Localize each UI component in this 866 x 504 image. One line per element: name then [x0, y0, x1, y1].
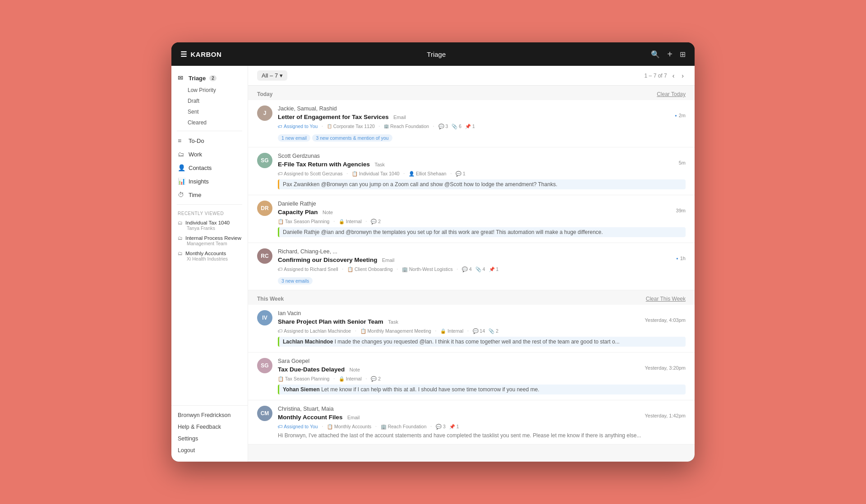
email-type-1: Task: [375, 162, 385, 167]
pill-new-email-0: 1 new email: [278, 134, 310, 142]
sidebar-sub-sent[interactable]: Sent: [171, 106, 248, 117]
pill-comments-0: 3 new comments & mention of you: [312, 134, 392, 142]
sidebar-item-todo[interactable]: ≡ To-Do: [171, 134, 248, 147]
email-meta-2: 📋 Tax Season Planning · 🔒 Internal · 💬 2: [278, 217, 686, 225]
meta-comments-4: 💬 14: [473, 328, 485, 334]
sidebar-item-work[interactable]: 🗂 Work: [171, 147, 248, 161]
email-sender-2: Danielle Rathje: [278, 201, 686, 207]
email-item-1[interactable]: SG Scott Gerdzunas E-File Tax Return wit…: [248, 147, 695, 195]
meta-work-2: 📋 Tax Season Planning: [278, 219, 329, 225]
sidebar-user[interactable]: Bronwyn Fredrickson: [171, 409, 248, 421]
email-type-5: Note: [350, 367, 360, 372]
meta-attach-0: 📎 6: [451, 124, 461, 129]
section-today-label: Today: [257, 91, 272, 97]
contacts-icon: 👤: [178, 164, 185, 171]
meta-work-6: 📋 Monthly Accounts: [327, 424, 371, 430]
recent-item-2[interactable]: 🗂 Monthly Accounts Xi Health Industries: [171, 248, 248, 264]
recent-item-0[interactable]: 🗂 Individual Tax 1040 Tanya Franks: [171, 218, 248, 233]
filter-button[interactable]: All – 7 ▾: [257, 70, 287, 81]
recent-name-1: 🗂 Internal Process Review: [178, 235, 241, 241]
meta-org-6: 🏢 Reach Foundation: [381, 424, 427, 430]
sidebar-sub-draft[interactable]: Draft: [171, 96, 248, 106]
unread-dot-3: ●: [676, 257, 678, 261]
meta-work-3: 📋 Client Onboarding: [347, 266, 393, 272]
sidebar-nav: ✉ Triage 2 Low Priority Draft Sent Clear…: [171, 66, 248, 267]
email-item-2[interactable]: DR Danielle Rathje Capacity Plan Note 39…: [248, 195, 695, 243]
email-type-4: Task: [388, 319, 398, 325]
meta-attach-4: 📎 2: [488, 328, 498, 334]
brand[interactable]: ☰ KARBON: [180, 50, 221, 59]
content-header: All – 7 ▾ 1 – 7 of 7 ‹ ›: [248, 66, 695, 86]
email-type-6: Email: [347, 415, 360, 420]
email-body-5: Sara Goepel Tax Due-Dates Delayed Note Y…: [278, 358, 686, 394]
email-item-4[interactable]: IV Ian Vacin Share Project Plan with Sen…: [248, 305, 695, 353]
email-sender-5: Sara Goepel: [278, 358, 686, 364]
email-sender-0: Jackie, Samual, Rashid: [278, 105, 686, 112]
sidebar-logout[interactable]: Logout: [171, 444, 248, 456]
avatar-1: SG: [257, 153, 272, 168]
recent-icon-2: 🗂: [178, 251, 183, 256]
email-item-6[interactable]: CM Christina, Stuart, Maia Monthly Accou…: [248, 400, 695, 444]
recent-sub-2: Xi Health Industries: [178, 256, 241, 261]
meta-work-1: 📋 Individual Tax 1040: [352, 171, 400, 177]
email-preview-4: Lachlan Machindoe I made the changes you…: [278, 337, 686, 347]
email-item-5[interactable]: SG Sara Goepel Tax Due-Dates Delayed Not…: [248, 353, 695, 400]
brand-name: KARBON: [191, 50, 222, 58]
search-icon[interactable]: 🔍: [651, 50, 660, 59]
sidebar: ✉ Triage 2 Low Priority Draft Sent Clear…: [171, 66, 248, 462]
email-subject-0: Letter of Engagement for Tax Services: [278, 114, 389, 120]
sidebar-bottom: Bronwyn Fredrickson Help & Feedback Sett…: [171, 405, 248, 456]
pagination-text: 1 – 7 of 7: [645, 73, 667, 79]
triage-badge: 2: [209, 75, 216, 81]
sidebar-item-triage[interactable]: ✉ Triage 2: [171, 71, 248, 85]
sidebar-item-time[interactable]: ⏱ Time: [171, 188, 248, 202]
avatar-4: IV: [257, 310, 272, 325]
meta-comments-5: 💬 2: [371, 376, 381, 382]
sidebar-settings[interactable]: Settings: [171, 433, 248, 444]
email-row1-6: Monthly Account Files Email Yesterday, 1…: [278, 413, 686, 421]
email-meta-5: 📋 Tax Season Planning · 🔒 Internal · 💬 2: [278, 375, 686, 383]
next-page-button[interactable]: ›: [680, 71, 686, 80]
insights-label: Insights: [189, 178, 209, 185]
sidebar-item-insights[interactable]: 📊 Insights: [171, 174, 248, 188]
clear-thisweek-button[interactable]: Clear This Week: [646, 296, 686, 302]
menu-icon[interactable]: ☰: [180, 50, 187, 59]
avatar-3: RC: [257, 248, 272, 264]
email-meta-6: 🏷 Assigned to You · 📋 Monthly Accounts ·…: [278, 422, 686, 431]
filter-label: All – 7: [262, 72, 278, 79]
meta-pin-6: 📌 1: [449, 424, 459, 430]
meta-comments-1: 💬 1: [456, 171, 465, 177]
triage-icon: ✉: [178, 74, 185, 82]
add-icon[interactable]: +: [667, 49, 673, 60]
section-thisweek-header: This Week Clear This Week: [248, 290, 695, 305]
contacts-label: Contacts: [189, 165, 212, 171]
clear-today-button[interactable]: Clear Today: [657, 91, 686, 97]
email-subject-2: Capacity Plan: [278, 209, 318, 215]
email-type-2: Note: [322, 210, 333, 215]
meta-person-1: 👤 Elliot Shehaan: [409, 171, 447, 177]
sidebar-sub-low-priority[interactable]: Low Priority: [171, 85, 248, 96]
email-body-6: Christina, Stuart, Maia Monthly Account …: [278, 406, 686, 439]
email-time-6: Yesterday, 1:42pm: [645, 413, 686, 418]
prev-page-button[interactable]: ‹: [671, 71, 677, 80]
email-item-0[interactable]: J Jackie, Samual, Rashid Letter of Engag…: [248, 100, 695, 147]
recent-item-1[interactable]: 🗂 Internal Process Review Management Tea…: [171, 233, 248, 248]
email-type-0: Email: [393, 115, 406, 120]
email-item-3[interactable]: RC Richard, Chiang-Lee, ... Confirming o…: [248, 243, 695, 290]
sidebar-sub-cleared[interactable]: Cleared: [171, 117, 248, 128]
meta-comments-6: 💬 3: [436, 424, 446, 430]
topbar-actions: 🔍 + ⊞: [651, 49, 686, 60]
email-meta-1: 🏷 Assigned to Scott Gerzunas · 📋 Individ…: [278, 170, 686, 178]
grid-icon[interactable]: ⊞: [680, 50, 686, 59]
email-meta-3: 🏷 Assigned to Richard Snell · 📋 Client O…: [278, 265, 686, 273]
email-preview-1: Pax Zwanikken @Bronwyn can you jump on a…: [278, 179, 686, 189]
sidebar-item-contacts[interactable]: 👤 Contacts: [171, 161, 248, 174]
recent-icon-1: 🗂: [178, 235, 183, 241]
meta-work-5: 📋 Tax Season Planning: [278, 376, 329, 382]
email-body-4: Ian Vacin Share Project Plan with Senior…: [278, 310, 686, 347]
section-today-header: Today Clear Today: [248, 86, 695, 100]
work-icon: 🗂: [178, 151, 185, 158]
sidebar-help[interactable]: Help & Feedback: [171, 421, 248, 433]
section-thisweek-label: This Week: [257, 296, 284, 302]
unread-dot-0: ●: [675, 114, 677, 118]
